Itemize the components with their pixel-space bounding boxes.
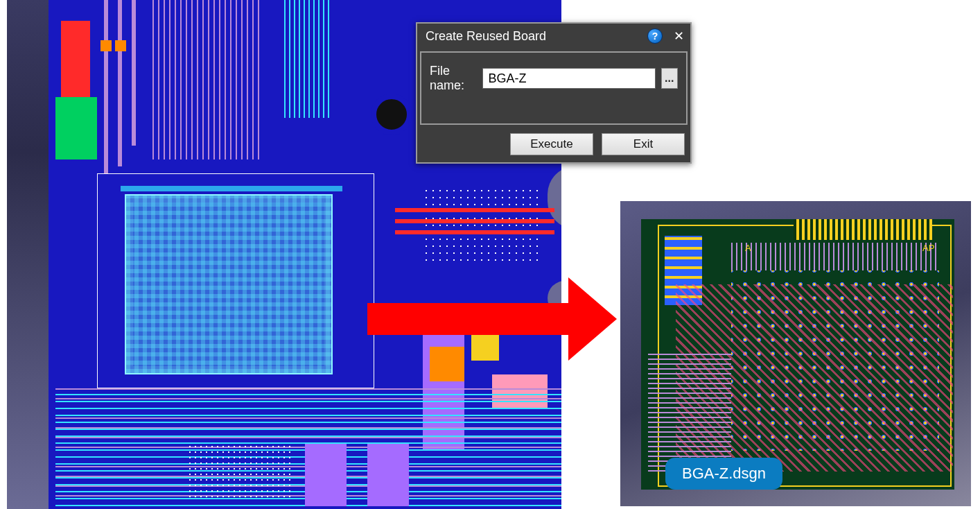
region xyxy=(55,97,97,159)
connector xyxy=(794,219,932,240)
via-array xyxy=(423,187,541,264)
reused-label-a: A xyxy=(745,243,751,253)
trace-bundle xyxy=(731,243,939,270)
trace xyxy=(118,0,122,166)
dialog-title-text: Create Reused Board xyxy=(426,29,647,44)
export-filename-badge: BGA-Z.dsgn xyxy=(665,458,782,490)
trace-bundle xyxy=(648,354,731,472)
trace xyxy=(395,208,554,212)
pad xyxy=(100,40,112,51)
file-name-input[interactable] xyxy=(482,68,656,89)
arrow-shaft xyxy=(367,303,568,335)
pad xyxy=(115,40,126,51)
file-name-label: File name: xyxy=(430,64,477,93)
execute-button[interactable]: Execute xyxy=(510,133,593,155)
dialog-titlebar: Create Reused Board ? ✕ xyxy=(417,24,690,49)
trace xyxy=(104,0,108,173)
arrow-head xyxy=(568,277,617,361)
close-icon[interactable]: ✕ xyxy=(671,28,686,44)
trace xyxy=(121,186,342,191)
region xyxy=(367,444,409,506)
bga-selected-region xyxy=(125,194,333,374)
flow-arrow-icon xyxy=(367,277,617,361)
trace-bundle xyxy=(284,0,333,118)
via-array xyxy=(187,444,291,499)
help-icon[interactable]: ? xyxy=(647,28,663,44)
dialog-body: File name: ... xyxy=(420,51,688,125)
dialog-button-row: Execute Exit xyxy=(417,128,690,162)
trace xyxy=(132,0,136,146)
exit-button[interactable]: Exit xyxy=(602,133,685,155)
reused-label-ap: AP xyxy=(922,243,934,253)
region xyxy=(305,444,347,506)
trace-bundle xyxy=(152,0,263,159)
create-reused-board-dialog: Create Reused Board ? ✕ File name: ... E… xyxy=(416,22,692,164)
browse-button[interactable]: ... xyxy=(661,68,678,89)
trace xyxy=(395,219,554,223)
region xyxy=(61,21,90,97)
trace xyxy=(395,230,554,234)
